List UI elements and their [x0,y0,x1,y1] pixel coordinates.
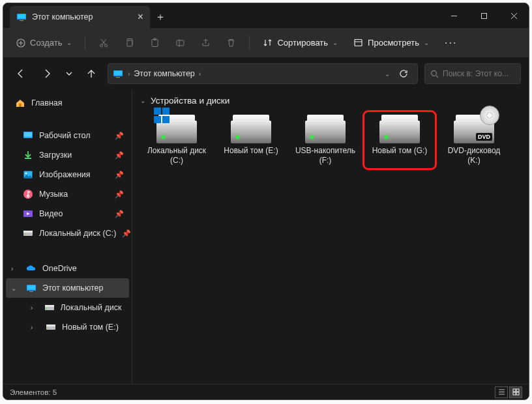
pin-icon: 📌 [115,210,124,218]
drive-k[interactable]: DVD DVD-дисковод(K:) [439,112,509,168]
minimize-button[interactable] [439,3,469,28]
cloud-icon [26,263,37,274]
videos-icon [23,209,33,219]
expand-icon[interactable]: › [31,324,40,331]
sidebar-onedrive[interactable]: › OneDrive [6,259,129,278]
svg-rect-39 [29,291,33,292]
sidebar-music[interactable]: Музыка📌 [6,184,129,204]
refresh-button[interactable] [394,69,413,78]
drive-c[interactable]: Локальный диск(C:) [141,112,212,168]
drive-label: Новый том (G:) [372,146,428,155]
forward-button[interactable] [37,64,57,83]
maximize-button[interactable] [469,3,499,28]
pin-icon: 📌 [115,132,124,140]
svg-rect-38 [27,285,35,289]
svg-rect-14 [127,40,132,46]
view-details-button[interactable] [495,386,508,398]
label: Локальный диск (C:) [39,229,116,238]
label: Локальный диск (C:) [61,303,124,312]
address-bar[interactable]: › Этот компьютер › ⌄ [108,63,418,84]
sort-label: Сортировать [277,38,328,48]
label: Новый том (E:) [62,323,119,332]
chevron-down-icon: ⌄ [66,39,72,46]
drive-f[interactable]: USB-накопитель(F:) [290,112,361,168]
label: Загрузки [39,151,72,160]
chevron-down-icon[interactable]: ⌄ [385,70,390,78]
sidebar-local-c[interactable]: Локальный диск (C:)📌 [6,224,129,243]
sidebar-downloads[interactable]: Загрузки📌 [6,145,129,165]
svg-rect-23 [116,77,120,78]
rename-button[interactable] [169,33,192,53]
copy-button[interactable] [118,33,141,53]
more-button[interactable]: ··· [438,33,464,53]
up-button[interactable] [81,64,101,83]
svg-point-42 [46,308,47,310]
svg-line-25 [436,76,438,78]
chevron-right-icon: › [128,70,130,78]
svg-rect-1 [18,14,25,18]
separator [249,36,250,50]
search-placeholder: Поиск в: Этот ко... [443,69,509,78]
close-window-button[interactable] [499,3,529,28]
group-header[interactable]: ⌄ Устройства и диски [140,96,524,106]
create-button[interactable]: Создать ⌄ [10,33,78,53]
cut-button[interactable] [92,33,115,53]
svg-rect-44 [46,325,55,326]
separator [85,36,85,50]
view-large-button[interactable] [509,386,522,398]
drive-label: Новый том (E:) [224,146,278,155]
recent-button[interactable] [63,64,75,83]
svg-rect-26 [20,104,22,107]
status-bar: Элементов: 5 [3,384,529,399]
tab-this-pc[interactable]: Этот компьютер × [10,6,150,28]
chevron-down-icon: ⌄ [140,97,145,104]
svg-rect-19 [355,40,362,46]
drive-g[interactable]: Новый том (G:) [364,112,435,168]
pin-icon: 📌 [115,151,124,160]
drive-icon [44,302,55,313]
nav-row: › Этот компьютер › ⌄ Поиск в: Этот ко... [3,58,529,89]
svg-rect-2 [20,20,23,21]
create-label: Создать [30,38,62,48]
breadcrumb-segment[interactable]: Этот компьютер [134,69,194,78]
view-button[interactable]: Просмотреть ⌄ [347,33,436,53]
label: Музыка [39,190,68,199]
drive-label: Локальный диск [147,146,206,155]
item-count: Элементов: 5 [10,388,57,396]
chevron-down-icon: ⌄ [332,39,338,46]
sidebar-home[interactable]: Главная [10,93,129,113]
sidebar-sub-local-c[interactable]: › Локальный диск (C:) [6,298,129,317]
share-button[interactable] [194,33,217,53]
tab-close-icon[interactable]: × [138,12,143,22]
sidebar-desktop[interactable]: Рабочий стол📌 [6,126,129,145]
search-box[interactable]: Поиск в: Этот ко... [424,63,521,84]
sidebar-pictures[interactable]: Изображения📌 [6,165,129,184]
delete-button[interactable] [220,33,243,53]
paste-button[interactable] [143,33,166,53]
drive-e[interactable]: Новый том (E:) [216,112,286,168]
svg-rect-15 [152,40,158,47]
drive-label: DVD-дисковод [448,146,501,155]
view-label: Просмотреть [368,38,419,48]
back-button[interactable] [11,64,31,83]
main-pane: ⌄ Устройства и диски Локальный диск(C:) … [132,89,529,384]
pin-icon: 📌 [122,229,131,238]
new-tab-button[interactable]: ＋ [150,6,171,28]
chevron-right-icon: › [199,70,201,78]
svg-rect-50 [516,389,519,392]
sidebar-this-pc[interactable]: ⌄ Этот компьютер [6,278,129,298]
sidebar-videos[interactable]: Видео📌 [6,204,129,224]
collapse-icon[interactable]: ⌄ [11,285,20,292]
drive-icon [23,228,33,238]
expand-icon[interactable]: › [11,265,20,272]
downloads-icon [23,150,33,160]
drive-icon [305,115,346,143]
sidebar-sub-new-e[interactable]: › Новый том (E:) [6,317,129,337]
pc-icon [16,12,27,22]
expand-icon[interactable]: › [31,304,38,311]
label: Изображения [39,170,91,179]
svg-point-36 [25,234,26,235]
group-title: Устройства и диски [151,96,229,106]
sort-button[interactable]: Сортировать ⌄ [256,33,344,53]
drive-grid: Локальный диск(C:) Новый том (E:) USB-на… [138,112,524,168]
